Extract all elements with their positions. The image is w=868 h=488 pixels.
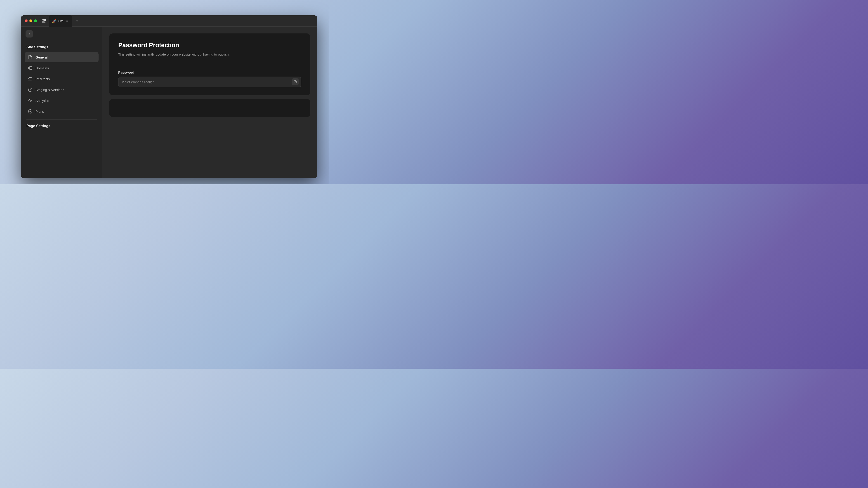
sidebar-item-analytics[interactable]: Analytics <box>25 95 98 106</box>
globe-icon <box>28 66 33 70</box>
traffic-lights <box>21 20 41 22</box>
card-title: Password Protection <box>118 41 301 49</box>
back-button[interactable]: ‹ <box>26 30 33 37</box>
sidebar-item-general-label: General <box>35 55 48 59</box>
tab-favicon: 🚀 <box>52 19 57 23</box>
password-protection-card: Password Protection This setting will in… <box>109 33 310 95</box>
sidebar-content: Site Settings General <box>21 41 102 178</box>
sidebar-item-analytics-label: Analytics <box>35 99 49 103</box>
maximize-traffic-light[interactable] <box>34 20 37 22</box>
analytics-icon <box>28 98 33 103</box>
new-tab-button[interactable]: + <box>74 18 81 24</box>
close-traffic-light[interactable] <box>25 20 28 22</box>
bottom-card <box>109 99 310 117</box>
card-divider <box>109 64 310 64</box>
active-tab[interactable]: 🚀 Site × <box>49 15 72 27</box>
sidebar-item-general[interactable]: General <box>25 52 98 62</box>
card-description: This setting will instantly update on yo… <box>118 52 301 57</box>
sidebar-item-plans[interactable]: Plans <box>25 106 98 117</box>
copy-button[interactable] <box>292 78 299 85</box>
sidebar-item-redirects-label: Redirects <box>35 77 50 81</box>
password-input[interactable] <box>118 76 301 87</box>
sidebar: ‹ Site Settings General <box>21 27 102 178</box>
title-bar: 🚀 Site × + <box>21 15 317 27</box>
main-area: ‹ Site Settings General <box>21 27 317 178</box>
password-label: Password <box>118 70 301 74</box>
minimize-traffic-light[interactable] <box>29 20 32 22</box>
dollar-icon <box>28 109 33 114</box>
sidebar-header: ‹ <box>21 27 102 41</box>
tab-close-button[interactable]: × <box>65 19 69 23</box>
site-settings-title: Site Settings <box>25 43 98 52</box>
section-divider <box>26 119 97 120</box>
sidebar-item-domains-label: Domains <box>35 66 49 70</box>
sidebar-item-redirects[interactable]: Redirects <box>25 74 98 84</box>
sidebar-item-staging[interactable]: Staging & Versions <box>25 85 98 95</box>
file-icon <box>28 55 33 60</box>
main-content: Password Protection This setting will in… <box>102 27 317 178</box>
password-field-container <box>118 76 301 87</box>
tab-title: Site <box>58 19 63 23</box>
svg-rect-6 <box>295 81 297 83</box>
redirect-icon <box>28 76 33 81</box>
browser-window: 🚀 Site × + ‹ Site Settings <box>21 15 317 178</box>
sidebar-item-staging-label: Staging & Versions <box>35 88 64 92</box>
app-icon <box>41 18 47 24</box>
tab-bar: 🚀 Site × + <box>49 15 317 27</box>
clock-icon <box>28 87 33 92</box>
sidebar-item-domains[interactable]: Domains <box>25 63 98 73</box>
page-settings-title: Page Settings <box>25 122 98 131</box>
sidebar-item-plans-label: Plans <box>35 109 44 113</box>
